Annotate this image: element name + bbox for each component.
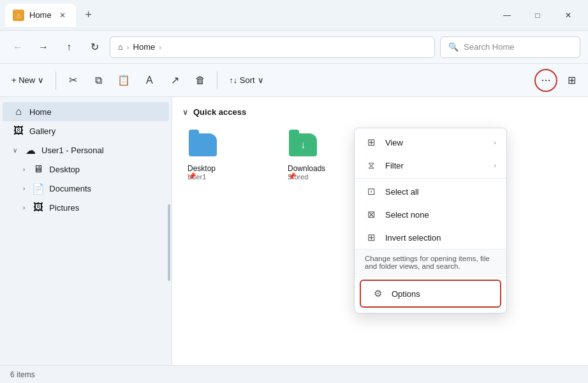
view-arrow: ›: [494, 139, 496, 146]
layout-button[interactable]: ⊞: [560, 69, 583, 92]
cloud-icon: ☁: [25, 144, 36, 156]
options-gear-icon: ⚙: [371, 287, 384, 300]
home-icon: ⌂: [13, 106, 24, 117]
sidebar-item-desktop[interactable]: › 🖥 Desktop: [3, 160, 169, 179]
tab-close-button[interactable]: ✕: [57, 10, 68, 21]
sidebar-item-gallery[interactable]: 🖼 Gallery: [3, 121, 169, 140]
sidebar-item-documents[interactable]: › 📄 Documents: [3, 179, 169, 198]
rename-button[interactable]: A: [138, 69, 161, 92]
close-button[interactable]: ✕: [554, 4, 583, 27]
up-button[interactable]: ↑: [59, 37, 79, 57]
sidebar-item-user1-label: User1 - Personal: [41, 146, 104, 155]
status-bar: 6 items: [0, 365, 588, 383]
menu-tooltip: Change settings for opening items, file …: [355, 249, 506, 275]
expand-user1-icon: ∨: [13, 147, 17, 154]
folder-download-shape: ↓: [289, 133, 317, 156]
new-label: + New: [11, 75, 35, 85]
pictures-icon: 🖼: [33, 202, 44, 213]
sidebar-item-home-label: Home: [29, 107, 52, 117]
downloads-folder-icon: ↓: [288, 130, 318, 160]
sidebar-item-home[interactable]: ⌂ Home: [3, 102, 169, 121]
more-options-button[interactable]: ···: [534, 69, 557, 92]
breadcrumb[interactable]: ⌂ › Home ›: [110, 36, 435, 58]
dropdown-menu: ⊞ View › ⧖ Filter › ⊡ Select all ⊠ Selec…: [354, 128, 507, 313]
expand-pictures-icon: ›: [23, 204, 25, 211]
search-icon: 🔍: [448, 42, 459, 52]
select-none-icon: ⊠: [365, 208, 378, 221]
section-label: Quick access: [193, 107, 246, 117]
sidebar: ⌂ Home 🖼 Gallery ∨ ☁ User1 - Personal › …: [0, 97, 172, 365]
title-bar: ⌂ Home ✕ + — □ ✕: [0, 0, 588, 31]
toolbar-separator-1: [55, 71, 56, 89]
expand-documents-icon: ›: [23, 185, 25, 192]
cut-button[interactable]: ✂: [61, 69, 84, 92]
filter-arrow: ›: [494, 161, 496, 169]
sort-label: ↑↓ Sort: [229, 75, 254, 85]
copy-button[interactable]: ⧉: [87, 69, 110, 92]
refresh-button[interactable]: ↻: [84, 37, 105, 57]
home-tab[interactable]: ⌂ Home ✕: [5, 4, 76, 27]
search-box[interactable]: 🔍 Search Home: [440, 36, 580, 58]
menu-item-invert-label: Invert selection: [385, 233, 441, 243]
breadcrumb-sep2: ›: [159, 43, 161, 51]
sidebar-scrollbar[interactable]: [168, 204, 170, 281]
search-placeholder: Search Home: [464, 42, 514, 52]
file-name-desktop: Desktop: [187, 164, 216, 173]
documents-icon: 📄: [33, 183, 44, 194]
forward-button[interactable]: →: [33, 37, 54, 57]
desktop-icon: 🖥: [33, 163, 44, 175]
file-item-desktop[interactable]: Desktop User1 📌: [182, 124, 277, 186]
invert-icon: ⊞: [365, 231, 378, 244]
download-arrow-icon: ↓: [300, 139, 305, 151]
tab-home-icon: ⌂: [13, 10, 24, 21]
menu-item-filter[interactable]: ⧖ Filter ›: [355, 154, 506, 177]
expand-desktop-icon: ›: [23, 166, 25, 173]
new-tab-button[interactable]: +: [78, 5, 99, 26]
menu-item-view-label: View: [385, 138, 403, 147]
back-button[interactable]: ←: [8, 37, 28, 57]
tab-area: ⌂ Home ✕ +: [0, 0, 492, 30]
toolbar: + New ∨ ✂ ⧉ 📋 A ↗ 🗑 ↑↓ Sort ∨ ··· ⊞: [0, 64, 588, 97]
delete-button[interactable]: 🗑: [189, 69, 212, 92]
breadcrumb-sep1: ›: [127, 43, 129, 51]
new-button[interactable]: + New ∨: [5, 71, 50, 89]
sidebar-item-desktop-label: Desktop: [49, 165, 80, 174]
section-chevron: ∨: [182, 108, 188, 117]
address-bar: ← → ↑ ↻ ⌂ › Home › 🔍 Search Home: [0, 31, 588, 64]
quick-access-header: ∨ Quick access: [182, 107, 578, 117]
sidebar-item-pictures-label: Pictures: [49, 203, 79, 213]
gallery-icon: 🖼: [13, 125, 24, 137]
select-all-icon: ⊡: [365, 185, 378, 198]
minimize-button[interactable]: —: [492, 4, 522, 27]
tab-title: Home: [29, 10, 52, 20]
sidebar-item-gallery-label: Gallery: [29, 126, 55, 136]
menu-item-options[interactable]: ⚙ Options: [360, 280, 501, 308]
sidebar-item-documents-label: Documents: [49, 184, 91, 193]
file-pin-desktop: 📌: [187, 172, 196, 181]
folder-blue-shape: [189, 133, 217, 156]
sort-button[interactable]: ↑↓ Sort ∨: [223, 71, 270, 89]
sidebar-item-user1[interactable]: ∨ ☁ User1 - Personal: [3, 140, 169, 160]
paste-button[interactable]: 📋: [112, 69, 135, 92]
menu-item-filter-label: Filter: [385, 161, 404, 170]
breadcrumb-location: Home: [133, 42, 156, 52]
menu-item-view[interactable]: ⊞ View ›: [355, 131, 506, 154]
sidebar-item-pictures[interactable]: › 🖼 Pictures: [3, 198, 169, 217]
maximize-button[interactable]: □: [523, 4, 552, 27]
items-count: 6 items: [10, 370, 35, 379]
new-arrow: ∨: [38, 75, 44, 85]
view-icon: ⊞: [365, 136, 378, 149]
menu-item-invert[interactable]: ⊞ Invert selection: [355, 226, 506, 249]
desktop-folder-icon: [187, 130, 218, 160]
menu-item-select-none-label: Select none: [385, 210, 429, 220]
file-name-downloads: Downloads: [288, 164, 325, 173]
home-icon: ⌂: [118, 42, 123, 52]
window-controls: — □ ✕: [492, 4, 588, 27]
filter-icon: ⧖: [365, 159, 378, 172]
menu-divider-1: [355, 178, 506, 179]
menu-item-options-label: Options: [392, 289, 420, 299]
menu-item-select-none[interactable]: ⊠ Select none: [355, 203, 506, 226]
share-button[interactable]: ↗: [163, 69, 186, 92]
sort-arrow: ∨: [258, 75, 264, 85]
menu-item-select-all[interactable]: ⊡ Select all: [355, 180, 506, 203]
